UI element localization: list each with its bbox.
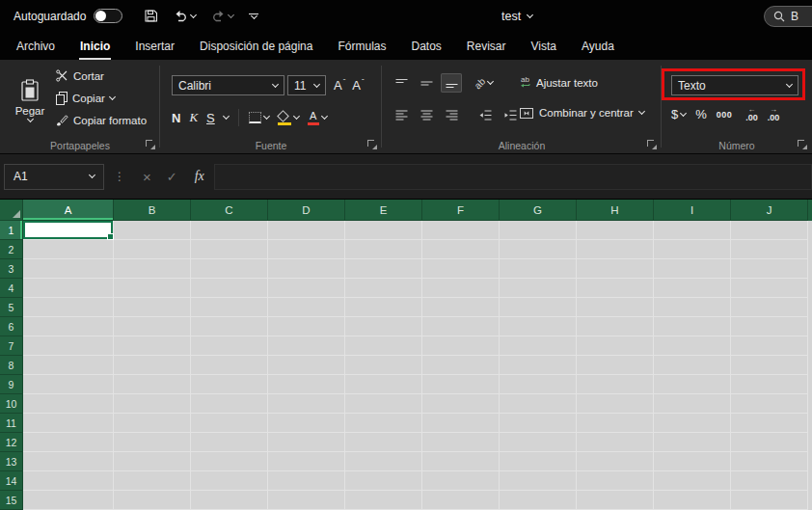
cell-C3[interactable] [191,259,268,279]
tab-revisar[interactable]: Revisar [454,32,519,60]
cell-I5[interactable] [654,298,731,317]
cell-F15[interactable] [422,491,500,510]
cell-A7[interactable] [23,336,114,356]
cell-D3[interactable] [268,259,345,279]
cell-E8[interactable] [345,356,422,375]
cell-C9[interactable] [191,375,268,394]
row-header-4[interactable]: 4 [0,279,23,298]
column-header-F[interactable]: F [422,200,500,221]
font-color-button[interactable]: A [308,111,327,125]
font-size-combo[interactable]: 11 [287,75,326,95]
cell-J15[interactable] [731,491,808,510]
cell-B9[interactable] [114,375,191,394]
cell-G3[interactable] [500,259,577,279]
cell-J6[interactable] [731,317,808,336]
cell-H5[interactable] [577,298,654,317]
font-dialog-launcher[interactable] [367,140,377,149]
cell-J11[interactable] [731,414,808,433]
cell-E10[interactable] [345,394,422,414]
cell-I10[interactable] [654,394,731,414]
cell-J14[interactable] [731,471,808,491]
cell-C15[interactable] [191,491,268,510]
fill-color-button[interactable] [278,111,299,125]
orientation-button[interactable]: ab [474,78,493,89]
italic-button[interactable]: K [189,110,198,125]
cell-A1[interactable] [23,221,114,240]
cell-E6[interactable] [345,317,422,336]
cell-B14[interactable] [114,471,191,491]
copy-button[interactable]: Copiar [56,92,115,105]
cell-B8[interactable] [114,356,191,375]
row-header-2[interactable]: 2 [0,240,23,259]
row-header-12[interactable]: 12 [0,433,23,452]
cell-F3[interactable] [422,259,500,279]
cell-A4[interactable] [23,279,114,298]
save-button[interactable] [144,9,158,23]
column-header-G[interactable]: G [500,200,577,221]
cut-button[interactable]: Cortar [56,69,104,82]
cell-H10[interactable] [577,394,654,414]
cell-A10[interactable] [23,394,114,414]
cell-A5[interactable] [23,298,114,317]
cell-F11[interactable] [422,414,500,433]
cell-G4[interactable] [500,279,577,298]
percent-format-button[interactable]: % [695,107,707,121]
thousands-format-button[interactable]: 000 [717,110,733,120]
cell-F1[interactable] [422,221,500,240]
cell-F10[interactable] [422,394,500,414]
undo-button[interactable] [174,10,196,22]
cell-I11[interactable] [654,414,731,433]
cell-H14[interactable] [577,471,654,491]
cell-J12[interactable] [731,433,808,452]
cell-G10[interactable] [500,394,577,414]
cell-D15[interactable] [268,491,345,510]
cell-G7[interactable] [500,336,577,356]
cell-I13[interactable] [654,452,731,471]
row-header-5[interactable]: 5 [0,298,23,317]
cell-D8[interactable] [268,356,345,375]
autosave-toggle[interactable] [94,9,122,23]
number-format-combo[interactable]: Texto [671,75,798,95]
align-top-button[interactable] [391,73,412,93]
cell-E5[interactable] [345,298,422,317]
cell-A6[interactable] [23,317,114,336]
tab-inicio[interactable]: Inicio [68,32,122,60]
cell-G12[interactable] [500,433,577,452]
cell-A12[interactable] [23,433,114,452]
cell-B1[interactable] [114,221,191,240]
search-box[interactable]: B [764,6,812,27]
cell-G2[interactable] [500,240,577,259]
row-header-7[interactable]: 7 [0,336,23,356]
cell-H13[interactable] [577,452,654,471]
tab-datos[interactable]: Datos [398,32,453,60]
bold-button[interactable]: N [172,111,180,125]
cell-C1[interactable] [191,221,268,240]
font-name-combo[interactable]: Calibri [172,75,284,95]
cell-A3[interactable] [23,259,114,279]
cell-D14[interactable] [268,471,345,491]
cell-C11[interactable] [191,414,268,433]
currency-format-button[interactable]: $ [671,107,686,121]
row-header-13[interactable]: 13 [0,452,23,471]
increase-decimal-button[interactable]: ← .00 [745,106,758,122]
cell-E9[interactable] [345,375,422,394]
column-header-H[interactable]: H [577,200,654,221]
align-bottom-button[interactable] [441,73,462,93]
merge-center-button[interactable]: Combinar y centrar [520,107,644,119]
cell-A14[interactable] [23,471,114,491]
format-painter-button[interactable]: Copiar formato [56,114,147,126]
cell-H11[interactable] [577,414,654,433]
cell-J3[interactable] [731,259,808,279]
tab-archivo[interactable]: Archivo [4,32,68,60]
cell-J7[interactable] [731,336,808,356]
cell-F4[interactable] [422,279,500,298]
cell-H15[interactable] [577,491,654,510]
cell-A8[interactable] [23,356,114,375]
cell-B5[interactable] [114,298,191,317]
cell-I14[interactable] [654,471,731,491]
cell-H8[interactable] [577,356,654,375]
document-title[interactable]: test [501,0,532,32]
cell-B11[interactable] [114,414,191,433]
cell-C2[interactable] [191,240,268,259]
cell-J8[interactable] [731,356,808,375]
